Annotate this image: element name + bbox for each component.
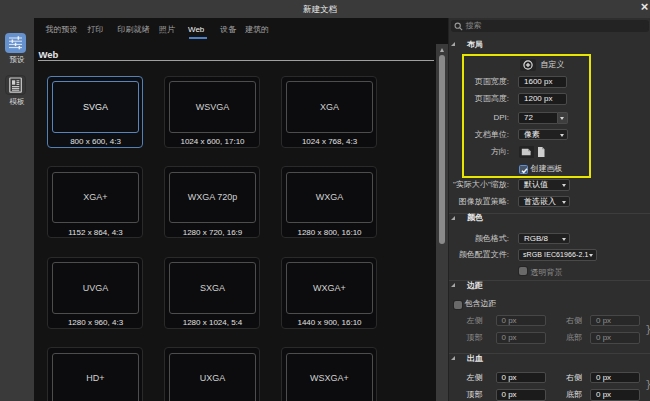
include-margins-label: 包含边距 (465, 299, 497, 309)
color-profile-label: 颜色配置文件: (459, 249, 509, 261)
selected-value: sRGB IEC61966-2.1 (523, 251, 589, 258)
actual-size-zoom-dropdown[interactable]: 默认值 (518, 179, 570, 191)
preset-name: SVGA (48, 81, 143, 133)
preset-dimensions: 1152 x 864, 4:3 (38, 228, 153, 237)
bleed-left-label: 左侧 (433, 372, 483, 384)
section-layout-title: 布局 (467, 40, 483, 50)
link-margins-brace-icon[interactable]: } (645, 323, 650, 336)
section-collapse-icon[interactable] (451, 216, 455, 220)
preset-card-svga[interactable]: SVGA800 x 600, 4:3 (47, 76, 143, 148)
sidebar-item-label: 预设 (0, 55, 34, 65)
preset-card-uxga[interactable]: UXGA (164, 347, 260, 401)
preset-dimensions: 1024 x 600, 17:10 (155, 137, 270, 146)
section-color-title: 颜色 (467, 213, 483, 223)
margin-bottom-input[interactable]: 0 px (590, 332, 640, 344)
selected-value: 默认值 (524, 180, 548, 189)
margin-bottom-label: 底部 (532, 332, 582, 344)
preset-dimensions: 1280 x 720, 16:9 (155, 228, 270, 237)
actual-size-zoom-label: "实际大小"缩放: (453, 179, 509, 191)
preset-name: HD+ (48, 353, 143, 401)
margin-right-input[interactable]: 0 px (590, 315, 640, 327)
chevron-down-icon (562, 238, 566, 241)
color-format-dropdown[interactable]: RGB/8 (518, 233, 570, 245)
transparent-bg-label: 透明背景 (531, 268, 563, 278)
templates-document-icon (5, 75, 26, 95)
bleed-top-label: 顶部 (433, 389, 483, 401)
category-heading: Web (39, 49, 59, 60)
margin-right-label: 右侧 (532, 315, 582, 327)
preset-card-hd+[interactable]: HD+ (47, 347, 143, 401)
bleed-right-input[interactable]: 0 px (590, 372, 640, 384)
close-icon[interactable]: × (638, 0, 650, 14)
selected-value: RGB/8 (524, 234, 548, 243)
selected-value: 首选嵌入 (524, 197, 556, 206)
chevron-down-icon (589, 254, 593, 257)
chevron-down-icon (562, 184, 566, 187)
tab-0[interactable]: 我的预设 (46, 23, 78, 36)
preset-dimensions: 1280 x 800, 16:10 (272, 228, 387, 237)
preset-name: WXGA+ (282, 262, 377, 314)
tab-3[interactable]: 照片 (159, 23, 175, 36)
preset-card-wsvga[interactable]: WSVGA1024 x 600, 17:10 (164, 76, 260, 148)
section-collapse-icon[interactable] (451, 356, 455, 360)
preset-dimensions: 1440 x 900, 16:10 (272, 318, 387, 327)
link-bleed-brace-icon[interactable]: } (645, 378, 650, 391)
color-format-label: 颜色格式: (475, 233, 509, 245)
transparent-bg-checkbox[interactable] (519, 267, 527, 275)
preset-card-sxga[interactable]: SXGA1280 x 1024, 5:4 (164, 257, 260, 329)
sidebar-item-label: 模板 (0, 97, 34, 107)
preset-dimensions: 1024 x 768, 4:3 (272, 137, 387, 146)
active-tab-underline (189, 37, 208, 39)
placement-label: 图像放置策略: (459, 196, 509, 208)
tab-1[interactable]: 打印 (88, 23, 104, 36)
margin-top-label: 顶部 (433, 332, 483, 344)
preset-dimensions: 1280 x 960, 4:3 (38, 318, 153, 327)
bleed-right-label: 右侧 (532, 372, 582, 384)
preset-card-wsxga+[interactable]: WSXGA+ (281, 347, 377, 401)
preset-card-wxga+[interactable]: WXGA+1440 x 900, 16:10 (281, 257, 377, 329)
preset-card-uvga[interactable]: UVGA1280 x 960, 4:3 (47, 257, 143, 329)
section-collapse-icon[interactable] (451, 283, 455, 287)
dialog-title: 新建文档 (0, 0, 640, 18)
scrollbar-thumb[interactable] (439, 55, 446, 244)
tab-web[interactable]: Web (188, 23, 204, 36)
tab-5[interactable]: 设备 (220, 23, 236, 36)
preset-card-wxga[interactable]: WXGA1280 x 800, 16:10 (281, 166, 377, 238)
chevron-down-icon (562, 201, 566, 204)
tab-2[interactable]: 印刷就绪 (118, 23, 150, 36)
search-icon (454, 22, 463, 31)
preset-card-xga+[interactable]: XGA+1152 x 864, 4:3 (47, 166, 143, 238)
include-margins-checkbox[interactable] (454, 301, 462, 309)
color-profile-dropdown[interactable]: sRGB IEC61966-2.1 (518, 249, 597, 261)
search-placeholder: 搜索 (466, 21, 482, 31)
section-bleed-title: 出血 (467, 354, 483, 364)
preset-name: WXGA 720p (165, 172, 260, 224)
bleed-bottom-input[interactable]: 0 px (590, 389, 640, 401)
preset-name: SXGA (165, 262, 260, 314)
new-document-dialog: 新建文档 × 预设 (0, 0, 650, 401)
preset-name: WSXGA+ (282, 353, 377, 401)
presets-sliders-icon (5, 33, 26, 53)
preset-dimensions: 800 x 600, 4:3 (38, 137, 153, 146)
preset-name: UVGA (48, 262, 143, 314)
section-collapse-icon[interactable] (451, 42, 455, 46)
scrollbar-up-arrow-icon[interactable] (440, 48, 444, 52)
preset-dimensions: 1280 x 1024, 5:4 (155, 318, 270, 327)
preset-card-xga[interactable]: XGA1024 x 768, 4:3 (281, 76, 377, 148)
placement-dropdown[interactable]: 首选嵌入 (518, 196, 570, 208)
annotation-highlight-box (462, 54, 591, 178)
heading-rule (38, 60, 434, 62)
margin-left-label: 左侧 (433, 315, 483, 327)
preset-name: WXGA (282, 172, 377, 224)
section-margins-title: 边距 (467, 281, 483, 291)
preset-name: XGA+ (48, 172, 143, 224)
bleed-bottom-label: 底部 (532, 389, 582, 401)
preset-name: XGA (282, 81, 377, 133)
tab-6[interactable]: 建筑的 (245, 23, 269, 36)
preset-name: WSVGA (165, 81, 260, 133)
preset-card-wxga-720p[interactable]: WXGA 720p1280 x 720, 16:9 (164, 166, 260, 238)
preset-name: UXGA (165, 353, 260, 401)
